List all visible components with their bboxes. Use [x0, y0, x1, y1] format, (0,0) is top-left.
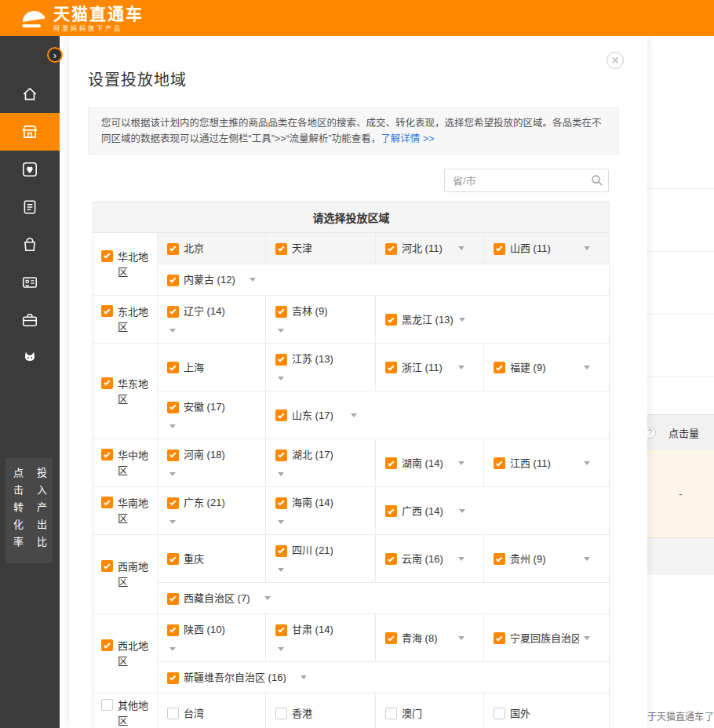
footer-text-fragment[interactable]: 于天猫直通车: [647, 709, 704, 723]
checkbox-checked[interactable]: [101, 377, 113, 389]
chevron-down-icon[interactable]: [278, 647, 284, 651]
footer-text-fragment-right[interactable]: 了: [705, 709, 714, 723]
checkbox-checked[interactable]: [167, 306, 179, 318]
province-cell[interactable]: 四川 (21): [266, 535, 376, 583]
chevron-down-icon[interactable]: [250, 278, 256, 282]
sidebar-item-account[interactable]: [0, 264, 60, 301]
sidebar-item-tmall[interactable]: [0, 339, 60, 377]
chevron-down-icon[interactable]: [278, 568, 284, 572]
checkbox-checked[interactable]: [385, 457, 397, 469]
region-cell[interactable]: 东北地区: [93, 296, 158, 344]
province-cell[interactable]: 云南 (16): [376, 535, 484, 583]
province-cell[interactable]: 江苏 (13): [266, 344, 376, 391]
chevron-down-icon[interactable]: [458, 366, 464, 369]
checkbox-checked[interactable]: [494, 243, 505, 255]
checkbox-checked[interactable]: [385, 243, 397, 255]
province-cell[interactable]: 黑龙江 (13): [376, 296, 484, 344]
checkbox-checked[interactable]: [275, 624, 287, 636]
province-cell[interactable]: 内蒙古 (12): [158, 264, 610, 296]
checkbox-checked[interactable]: [385, 632, 397, 644]
province-cell[interactable]: 陕西 (10): [158, 614, 266, 662]
checkbox-unchecked[interactable]: [275, 708, 287, 719]
app-logo[interactable]: 天猫直通车 阿里妈妈旗下产品: [20, 5, 144, 32]
checkbox-checked[interactable]: [385, 505, 397, 517]
region-cell[interactable]: 华北地区: [93, 233, 158, 296]
checkbox-unchecked[interactable]: [385, 708, 397, 719]
checkbox-checked[interactable]: [275, 545, 287, 557]
province-cell[interactable]: 宁夏回族自治区 (5): [484, 614, 610, 662]
chevron-down-icon[interactable]: [458, 246, 464, 250]
province-cell[interactable]: 北京: [158, 233, 266, 264]
checkbox-checked[interactable]: [101, 250, 113, 262]
chevron-down-icon[interactable]: [458, 557, 464, 561]
chevron-down-icon[interactable]: [278, 472, 284, 476]
chevron-down-icon[interactable]: [584, 246, 590, 250]
chevron-down-icon[interactable]: [278, 377, 284, 380]
chevron-down-icon[interactable]: [169, 520, 176, 524]
notice-link[interactable]: 了解详情 >>: [381, 133, 434, 144]
province-cell[interactable]: 香港: [266, 693, 376, 728]
province-cell[interactable]: 西藏自治区 (7): [158, 583, 610, 614]
province-cell[interactable]: 甘肃 (14): [266, 614, 376, 662]
checkbox-checked[interactable]: [275, 450, 287, 461]
sidebar-item-shop[interactable]: [0, 226, 60, 264]
province-cell[interactable]: 江西 (11): [484, 439, 610, 487]
chevron-down-icon[interactable]: [459, 509, 465, 513]
checkbox-checked[interactable]: [167, 624, 179, 636]
sidebar-item-campaign[interactable]: [0, 113, 60, 151]
province-cell[interactable]: 湖北 (17): [266, 439, 376, 487]
checkbox-checked[interactable]: [101, 560, 113, 572]
chevron-down-icon[interactable]: [264, 596, 271, 600]
checkbox-checked[interactable]: [167, 497, 179, 509]
close-icon[interactable]: ✕: [607, 52, 624, 69]
checkbox-checked[interactable]: [494, 362, 505, 373]
checkbox-checked[interactable]: [167, 672, 179, 684]
checkbox-checked[interactable]: [101, 449, 113, 460]
chevron-down-icon[interactable]: [584, 461, 590, 465]
sidebar-collapse-button[interactable]: ›: [47, 47, 63, 63]
province-cell[interactable]: 国外: [484, 693, 610, 728]
checkbox-unchecked[interactable]: [167, 708, 179, 719]
checkbox-checked[interactable]: [275, 354, 287, 366]
chevron-down-icon[interactable]: [301, 675, 307, 679]
checkbox-checked[interactable]: [101, 497, 113, 508]
checkbox-checked[interactable]: [101, 305, 113, 317]
checkbox-checked[interactable]: [275, 497, 287, 509]
checkbox-unchecked[interactable]: [494, 708, 505, 719]
chevron-down-icon[interactable]: [278, 329, 284, 333]
chevron-down-icon[interactable]: [278, 520, 284, 524]
province-cell[interactable]: 海南 (14): [266, 487, 376, 535]
region-cell[interactable]: 其他地区: [93, 693, 158, 728]
province-cell[interactable]: 新疆维吾尔自治区 (16): [158, 662, 610, 693]
province-cell[interactable]: 上海: [158, 344, 266, 391]
checkbox-checked[interactable]: [275, 410, 287, 421]
checkbox-checked[interactable]: [167, 275, 179, 286]
region-cell[interactable]: 西北地区: [93, 614, 158, 693]
chevron-down-icon[interactable]: [169, 472, 176, 476]
province-cell[interactable]: 澳门: [376, 693, 484, 728]
checkbox-checked[interactable]: [494, 632, 505, 644]
checkbox-checked[interactable]: [101, 639, 113, 651]
province-cell[interactable]: 台湾: [158, 693, 266, 728]
checkbox-checked[interactable]: [385, 314, 397, 326]
province-cell[interactable]: 安徽 (17): [158, 391, 266, 439]
chevron-down-icon[interactable]: [584, 366, 590, 369]
checkbox-checked[interactable]: [167, 402, 179, 413]
province-cell[interactable]: 河南 (18): [158, 439, 266, 487]
chevron-down-icon[interactable]: [584, 636, 590, 640]
province-cell[interactable]: 吉林 (9): [266, 296, 376, 344]
checkbox-checked[interactable]: [167, 362, 179, 373]
checkbox-checked[interactable]: [494, 457, 505, 469]
province-cell[interactable]: 天津: [266, 233, 376, 264]
province-cell[interactable]: 山西 (11): [484, 233, 610, 264]
chevron-down-icon[interactable]: [458, 461, 464, 465]
province-cell[interactable]: 湖南 (14): [376, 439, 484, 487]
chevron-down-icon[interactable]: [459, 318, 465, 322]
search-input[interactable]: [444, 169, 609, 192]
region-cell[interactable]: 华东地区: [93, 344, 158, 439]
province-cell[interactable]: 贵州 (9): [484, 535, 610, 583]
region-cell[interactable]: 华南地区: [93, 487, 158, 535]
province-cell[interactable]: 广东 (21): [158, 487, 266, 535]
province-cell[interactable]: 山东 (17): [266, 391, 376, 439]
province-cell[interactable]: 福建 (9): [484, 344, 610, 391]
